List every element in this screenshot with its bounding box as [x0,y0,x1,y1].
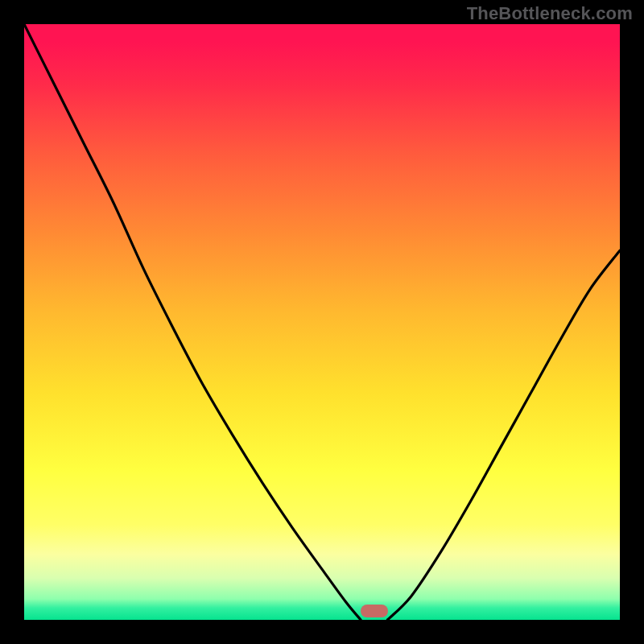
bottleneck-marker [361,605,388,617]
curve-left-branch [24,24,361,620]
bottleneck-curve [24,24,620,620]
attribution-text: TheBottleneck.com [467,3,633,24]
chart-frame: TheBottleneck.com [0,0,644,644]
plot-area [24,24,620,620]
curve-right-branch [387,250,620,620]
